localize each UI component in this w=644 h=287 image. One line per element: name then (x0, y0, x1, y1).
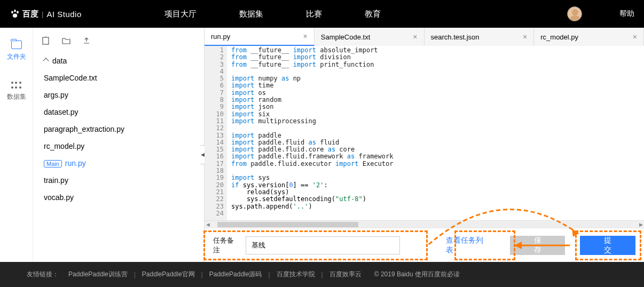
close-icon[interactable]: × (413, 33, 417, 41)
dots-icon (11, 82, 22, 89)
brand-divider: | (42, 10, 43, 18)
footer-link-2[interactable]: PaddlePaddle源码 (209, 270, 262, 279)
tree-item-vocab[interactable]: vocab.py (41, 189, 197, 206)
tree-run-label: run.py (65, 159, 86, 168)
chevron-up-icon (43, 58, 49, 63)
task-note-label: 任务备注 (213, 236, 238, 255)
footer-link-1[interactable]: PaddlePaddle官网 (142, 270, 195, 279)
topnav: 项目大厅 数据集 比赛 教育 (164, 9, 381, 19)
tab-searchjson[interactable]: search.test.json× (425, 28, 535, 46)
upload-icon[interactable] (82, 36, 91, 45)
close-icon[interactable]: × (633, 33, 637, 41)
tab-label: search.test.json (431, 33, 480, 41)
rail-folders[interactable]: 文件夹 (7, 41, 26, 61)
svg-text:+: + (44, 36, 47, 39)
rail-dataset-label: 数据集 (7, 92, 26, 101)
scroll-right-icon[interactable]: ▶ (638, 221, 644, 228)
task-panel: 任务备注 查看任务列表 保存 提交 (205, 228, 644, 262)
nav-projects[interactable]: 项目大厅 (164, 9, 197, 19)
brand-en: AI Studio (46, 10, 81, 19)
code-editor[interactable]: 123456789101112131415161718192021222324 … (205, 46, 644, 220)
code-content[interactable]: from __future__ import absolute_importfr… (227, 46, 644, 220)
main-badge: Main (44, 160, 62, 168)
left-rail: 文件夹 数据集 (0, 28, 33, 262)
tab-run[interactable]: run.py× (205, 28, 315, 46)
logo-block: 百度 | AI Studio (10, 9, 111, 19)
footer-link-3[interactable]: 百度技术学院 (277, 270, 315, 279)
topbar-right: 帮助 (567, 6, 634, 21)
tab-label: SampleCode.txt (321, 33, 371, 41)
paw-icon (10, 9, 20, 19)
editor-tabs: run.py× SampleCode.txt× search.test.json… (205, 28, 644, 46)
file-tree: data SampleCode.txt args.py dataset.py p… (41, 52, 197, 206)
tab-label: run.py (211, 33, 230, 41)
svg-point-1 (14, 10, 16, 12)
horizontal-scrollbar[interactable]: ◀ ▶ (205, 220, 644, 228)
tree-folder-data[interactable]: data (41, 52, 197, 69)
svg-point-2 (17, 11, 19, 13)
tree-item-samplecode[interactable]: SampleCode.txt (41, 69, 197, 86)
scroll-thumb[interactable] (217, 222, 358, 227)
tab-rcmodel[interactable]: rc_model.py× (534, 28, 644, 46)
footer-prefix: 友情链接： (27, 270, 59, 279)
tab-samplecode[interactable]: SampleCode.txt× (315, 28, 425, 46)
nav-competitions[interactable]: 比赛 (306, 9, 322, 19)
baidu-logo[interactable]: 百度 (10, 9, 38, 19)
main-area: 文件夹 数据集 + + data SampleCode.txt args.py … (0, 28, 644, 262)
nav-education[interactable]: 教育 (365, 9, 381, 19)
line-gutter: 123456789101112131415161718192021222324 (205, 46, 227, 220)
help-link[interactable]: 帮助 (619, 9, 634, 19)
scroll-left-icon[interactable]: ◀ (205, 221, 211, 228)
nav-datasets[interactable]: 数据集 (239, 9, 263, 19)
view-tasklist-link[interactable]: 查看任务列表 (446, 236, 486, 255)
new-folder-icon[interactable]: + (62, 36, 70, 45)
rail-datasets[interactable]: 数据集 (7, 82, 26, 101)
footer-link-0[interactable]: PaddlePaddle训练营 (68, 270, 128, 279)
folder-label: data (52, 57, 67, 65)
tree-item-dataset[interactable]: dataset.py (41, 103, 197, 121)
save-button[interactable]: 保存 (510, 236, 566, 255)
editor-column: ◀ run.py× SampleCode.txt× search.test.js… (204, 28, 644, 262)
footer-copyright: © 2019 Baidu 使用百度前必读 (374, 270, 460, 279)
brand-cn: 百度 (22, 9, 38, 19)
close-icon[interactable]: × (523, 33, 527, 41)
tree-item-train[interactable]: train.py (41, 172, 197, 189)
tree-item-rcmodel[interactable]: rc_model.py (41, 138, 197, 155)
close-icon[interactable]: × (303, 32, 308, 41)
svg-text:+: + (69, 37, 70, 41)
tree-item-run[interactable]: Mainrun.py (41, 155, 197, 172)
rail-folders-label: 文件夹 (7, 52, 26, 61)
file-pane: + + data SampleCode.txt args.py dataset.… (33, 28, 204, 262)
svg-point-0 (11, 11, 13, 13)
task-note-input[interactable] (246, 236, 400, 254)
submit-button[interactable]: 提交 (580, 236, 635, 255)
svg-marker-7 (572, 228, 578, 237)
new-file-icon[interactable]: + (42, 36, 50, 45)
footer-link-4[interactable]: 百度效率云 (329, 270, 362, 279)
avatar[interactable] (567, 6, 582, 21)
footer: 友情链接： PaddlePaddle训练营| PaddlePaddle官网| P… (0, 262, 644, 287)
scroll-track[interactable] (217, 222, 631, 227)
topbar: 百度 | AI Studio 项目大厅 数据集 比赛 教育 帮助 (0, 0, 644, 28)
tab-label: rc_model.py (540, 33, 578, 41)
tree-item-paragraph[interactable]: paragraph_extraction.py (41, 121, 197, 138)
tree-item-args[interactable]: args.py (41, 86, 197, 103)
svg-point-3 (13, 14, 17, 18)
folder-icon (11, 41, 22, 49)
file-actions: + + (41, 33, 197, 52)
